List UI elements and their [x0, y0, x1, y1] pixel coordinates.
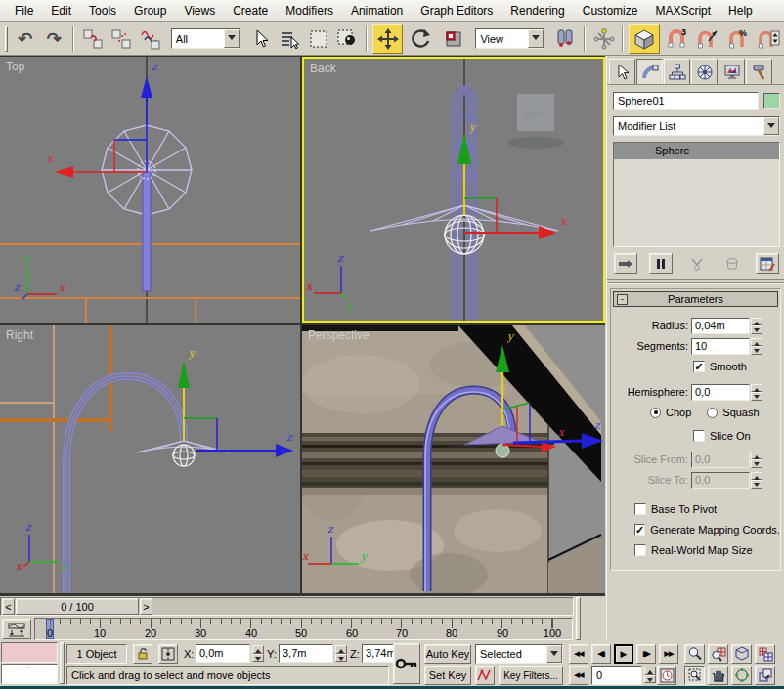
key-mode-toggle-button[interactable]: ◀◀ — [569, 666, 588, 685]
undo-button[interactable]: ↶ — [12, 25, 39, 53]
pin-stack-button[interactable] — [614, 253, 637, 274]
arc-rotate-button[interactable] — [731, 666, 752, 685]
y-coord-field[interactable]: 3,7m — [279, 644, 333, 663]
maxscript-mini-listener[interactable]: ' — [1, 664, 58, 684]
y-coord-spinner[interactable] — [335, 645, 347, 662]
segments-spinner[interactable] — [751, 338, 762, 355]
current-frame-field[interactable]: 0 — [591, 666, 642, 685]
absolute-offset-toggle-button[interactable] — [158, 644, 178, 664]
menu-customize[interactable]: Customize — [574, 1, 647, 21]
toolbar-grip[interactable] — [5, 26, 8, 52]
modifier-stack[interactable]: Sphere — [613, 142, 780, 247]
viewport-right-canvas[interactable]: y z z x y — [0, 325, 300, 593]
menu-views[interactable]: Views — [175, 1, 224, 21]
tab-motion[interactable] — [691, 59, 718, 84]
select-and-manipulate-button[interactable] — [590, 25, 618, 53]
zoom-region-button[interactable] — [684, 666, 705, 685]
tab-hierarchy[interactable] — [664, 59, 690, 84]
spinner-snap-button[interactable] — [754, 25, 783, 53]
menu-tools[interactable]: Tools — [80, 1, 125, 21]
select-and-move-button[interactable] — [372, 24, 404, 54]
bind-to-space-warp-button[interactable] — [137, 25, 164, 53]
rectangular-selection-region-button[interactable] — [305, 25, 332, 53]
x-coord-field[interactable]: 0,0m — [196, 644, 250, 663]
window-crossing-button[interactable] — [333, 25, 361, 53]
snaps-toggle-button[interactable] — [629, 24, 660, 54]
select-and-link-button[interactable] — [79, 25, 107, 53]
frame-spinner[interactable] — [644, 667, 656, 683]
make-unique-button[interactable] — [685, 253, 709, 274]
tab-modify[interactable] — [636, 59, 663, 84]
selection-set-dropdown[interactable]: Selected — [475, 644, 563, 664]
menu-modifiers[interactable]: Modifiers — [277, 1, 342, 21]
auto-key-button[interactable]: Auto Key — [424, 644, 471, 664]
viewport-right[interactable]: y z z x y Right — [0, 325, 300, 593]
set-key-button[interactable]: Set Key — [424, 666, 471, 685]
menu-create[interactable]: Create — [224, 1, 277, 21]
go-to-end-button[interactable]: ▶▶ — [659, 644, 678, 664]
menu-group[interactable]: Group — [125, 1, 175, 21]
listener-splitter[interactable] — [60, 642, 65, 684]
zoom-button[interactable] — [684, 644, 705, 664]
redo-button[interactable]: ↷ — [41, 25, 68, 53]
segments-field[interactable]: 10 — [691, 338, 750, 355]
menu-file[interactable]: File — [6, 1, 42, 21]
set-keys-button[interactable] — [393, 643, 420, 684]
min-max-toggle-button[interactable] — [755, 666, 775, 685]
viewport-back-canvas[interactable]: BACK — [304, 59, 603, 321]
squash-radio[interactable] — [707, 408, 718, 418]
go-to-start-button[interactable]: ◀◀ — [569, 644, 588, 664]
time-slider-handle[interactable]: 0 / 100 — [16, 598, 139, 615]
time-configuration-button[interactable] — [657, 666, 676, 685]
radius-spinner[interactable] — [751, 318, 762, 334]
maxscript-mini-listener-macro[interactable] — [1, 642, 58, 663]
x-coord-spinner[interactable] — [252, 645, 264, 662]
selection-lock-button[interactable] — [133, 644, 152, 664]
select-and-scale-button[interactable] — [438, 24, 469, 54]
pan-button[interactable] — [708, 666, 728, 685]
reference-coordinate-dropdown[interactable]: View — [475, 28, 544, 49]
next-frame-button[interactable]: ▮▶ — [636, 644, 656, 664]
smooth-checkbox[interactable]: ✓ — [693, 361, 705, 372]
time-slider-next-button[interactable]: > — [140, 598, 152, 615]
menu-rendering[interactable]: Rendering — [501, 1, 573, 21]
modifier-list-dropdown[interactable]: Modifier List — [613, 116, 780, 136]
use-pivot-point-button[interactable] — [551, 25, 579, 53]
open-mini-curve-editor-button[interactable] — [2, 619, 31, 639]
viewport-top-canvas[interactable]: x z y x z — [0, 57, 300, 323]
key-filters-button[interactable]: Key Filters... — [499, 666, 563, 685]
select-object-button[interactable] — [247, 25, 275, 53]
hemisphere-spinner[interactable] — [751, 384, 762, 401]
menu-maxscript[interactable]: MAXScript — [646, 1, 719, 21]
track-bar-ruler[interactable]: 0 10 20 30 40 50 60 70 80 90 100 — [34, 618, 573, 640]
tab-create[interactable] — [609, 59, 635, 84]
angle-snap-button[interactable] — [692, 25, 721, 53]
object-color-swatch[interactable] — [763, 93, 780, 109]
generate-mapping-coords-checkbox[interactable]: ✓ — [634, 524, 645, 536]
select-by-name-button[interactable] — [276, 25, 303, 53]
previous-frame-button[interactable]: ◀▮ — [591, 644, 611, 664]
chop-radio[interactable] — [650, 408, 661, 418]
slice-on-checkbox[interactable] — [693, 430, 705, 442]
time-slider-prev-button[interactable]: < — [2, 598, 15, 615]
viewport-perspective[interactable]: y x z z x y Perspective — [302, 325, 605, 593]
menu-animation[interactable]: Animation — [342, 1, 412, 21]
configure-modifier-sets-button[interactable] — [756, 253, 779, 274]
percent-snap-button[interactable]: % — [723, 25, 753, 53]
play-button[interactable]: ▶ — [614, 644, 633, 664]
radius-field[interactable]: 0,04m — [691, 318, 750, 334]
modifier-stack-item-sphere[interactable]: Sphere — [614, 143, 779, 159]
real-world-map-size-checkbox[interactable] — [634, 544, 646, 556]
select-and-rotate-button[interactable] — [405, 24, 436, 54]
selection-filter-dropdown[interactable]: All — [171, 28, 240, 49]
tab-display[interactable] — [719, 59, 745, 84]
base-to-pivot-checkbox[interactable] — [634, 503, 646, 515]
tab-utilities[interactable] — [746, 59, 772, 84]
menu-help[interactable]: Help — [719, 1, 762, 21]
zoom-extents-all-button[interactable] — [755, 644, 775, 664]
unlink-selection-button[interactable] — [109, 25, 136, 53]
menu-graph-editors[interactable]: Graph Editors — [412, 1, 501, 21]
remove-modifier-button[interactable] — [720, 253, 744, 274]
default-tangent-button[interactable] — [475, 666, 495, 685]
show-end-result-button[interactable] — [649, 253, 673, 274]
